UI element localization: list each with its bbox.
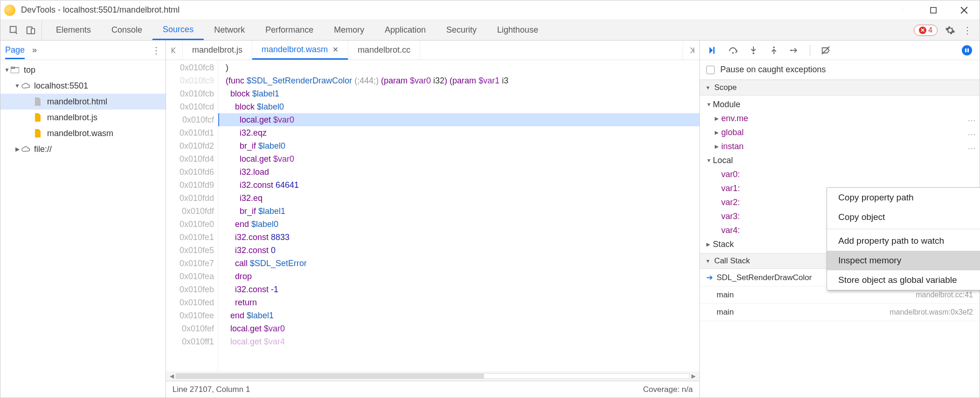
- code-line[interactable]: local.get $var0: [218, 322, 699, 335]
- tab-application[interactable]: Application: [374, 20, 436, 40]
- scope-section-head[interactable]: ▼Scope: [700, 80, 980, 96]
- more-icon[interactable]: ⋮: [963, 25, 972, 36]
- ctx-item-inspect-memory[interactable]: Inspect memory: [827, 251, 980, 270]
- code-line[interactable]: br_if $label0: [218, 139, 699, 152]
- code-line[interactable]: i32.eqz: [218, 126, 699, 139]
- code-line[interactable]: i32.eq: [218, 192, 699, 205]
- nav-next-icon[interactable]: [683, 41, 699, 60]
- gutter-addr[interactable]: 0x010feb: [166, 283, 218, 296]
- gutter-addr[interactable]: 0x010fdd: [166, 192, 218, 205]
- code-line[interactable]: end $label0: [218, 218, 699, 231]
- code-line[interactable]: end $label1: [218, 309, 699, 322]
- gutter-addr[interactable]: 0x010fd6: [166, 165, 218, 178]
- sidebar-more-tabs[interactable]: »: [32, 45, 37, 55]
- callstack-frame[interactable]: mainmandelbrot.wasm:0x3ef2: [700, 304, 980, 321]
- deactivate-breakpoints-icon[interactable]: [821, 45, 831, 55]
- close-button[interactable]: [960, 6, 968, 14]
- step-icon[interactable]: [789, 45, 800, 55]
- code-line[interactable]: i32.load: [218, 165, 699, 178]
- code-line[interactable]: i32.const -1: [218, 283, 699, 296]
- file-tab-mandelbrot-wasm[interactable]: mandelbrot.wasm✕: [252, 41, 348, 60]
- minimize-button[interactable]: [898, 6, 907, 14]
- close-tab-icon[interactable]: ✕: [332, 45, 338, 54]
- tree-folder-localhost-5501[interactable]: ▼localhost:5501: [0, 78, 166, 94]
- gutter-addr[interactable]: 0x010fe5: [166, 244, 218, 257]
- gutter-addr[interactable]: 0x010fee: [166, 309, 218, 322]
- nav-prev-icon[interactable]: [166, 41, 183, 60]
- file-tab-mandelbrot-cc[interactable]: mandelbrot.cc: [348, 41, 420, 60]
- scope-module-item[interactable]: ▶global…: [700, 125, 980, 139]
- step-out-icon[interactable]: [769, 45, 779, 55]
- tab-elements[interactable]: Elements: [46, 20, 101, 40]
- code-line[interactable]: br_if $label1: [218, 205, 699, 218]
- gutter-addr[interactable]: 0x010fe1: [166, 231, 218, 244]
- code-line[interactable]: local.get $var4: [218, 335, 699, 348]
- ctx-item-copy-property-path[interactable]: Copy property path: [827, 188, 980, 207]
- tab-console[interactable]: Console: [101, 20, 152, 40]
- tab-lighthouse[interactable]: Lighthouse: [487, 20, 548, 40]
- tab-performance[interactable]: Performance: [255, 20, 324, 40]
- settings-icon[interactable]: [945, 25, 955, 35]
- gutter-addr[interactable]: 0x010fe0: [166, 218, 218, 231]
- gutter-addr[interactable]: 0x010fe7: [166, 257, 218, 270]
- scope-module-item[interactable]: ▶instan…: [700, 139, 980, 153]
- inspect-icon[interactable]: [9, 25, 19, 35]
- tab-network[interactable]: Network: [204, 20, 255, 40]
- gutter-addr[interactable]: 0x010ff1: [166, 335, 218, 348]
- sidebar-menu-icon[interactable]: ⋮: [152, 45, 161, 56]
- tree-file-mandelbrot-js[interactable]: mandelbrot.js: [0, 110, 166, 125]
- horizontal-scrollbar[interactable]: ◀ ▶: [166, 371, 699, 381]
- sidebar-tab-page[interactable]: Page: [5, 45, 25, 59]
- code-line[interactable]: ): [218, 61, 699, 74]
- gutter-addr[interactable]: 0x010fcd: [166, 100, 218, 113]
- tree-file-mandelbrot-html[interactable]: mandelbrot.html: [0, 94, 166, 110]
- gutter-addr[interactable]: 0x010fcf: [166, 113, 218, 126]
- tree-folder-file---[interactable]: ▶file://: [0, 141, 166, 157]
- ctx-item-copy-object[interactable]: Copy object: [827, 207, 980, 227]
- scope-module-item[interactable]: ▶env.me…: [700, 111, 980, 125]
- code-body[interactable]: ) (func $SDL_SetRenderDrawColor (;444;) …: [218, 60, 699, 371]
- step-into-icon[interactable]: [748, 45, 759, 55]
- gutter-addr[interactable]: 0x010fcb: [166, 87, 218, 100]
- code-line[interactable]: local.get $var0: [218, 152, 699, 165]
- gutter-addr[interactable]: 0x010fef: [166, 322, 218, 335]
- code-line[interactable]: call $SDL_SetError: [218, 257, 699, 270]
- tree-file-mandelbrot-wasm[interactable]: mandelbrot.wasm: [0, 125, 166, 141]
- maximize-button[interactable]: [929, 6, 938, 14]
- code-line[interactable]: drop: [218, 270, 699, 283]
- errors-badge[interactable]: ✕4: [914, 25, 938, 36]
- tab-sources[interactable]: Sources: [152, 20, 204, 40]
- scope-module[interactable]: ▼Module: [700, 97, 980, 111]
- scope-local[interactable]: ▼Local: [700, 153, 980, 167]
- code-line[interactable]: (func $SDL_SetRenderDrawColor (;444;) (p…: [218, 74, 699, 87]
- code-line[interactable]: i32.const 64641: [218, 178, 699, 192]
- gutter-addr[interactable]: 0x010fea: [166, 270, 218, 283]
- code-line[interactable]: i32.const 8833: [218, 231, 699, 244]
- code-line[interactable]: block $label0: [218, 100, 699, 113]
- gutter-addr[interactable]: 0x010fd9: [166, 178, 218, 192]
- pause-on-exceptions-row[interactable]: Pause on caught exceptions: [700, 60, 980, 80]
- tab-memory[interactable]: Memory: [324, 20, 374, 40]
- device-icon[interactable]: [26, 25, 36, 35]
- code-line[interactable]: local.get $var0: [218, 113, 699, 126]
- code-line[interactable]: block $label1: [218, 87, 699, 100]
- ctx-item-add-property-path-to-watch[interactable]: Add property path to watch: [827, 231, 980, 251]
- file-tab-mandelbrot-js[interactable]: mandelbrot.js: [183, 41, 252, 60]
- tab-security[interactable]: Security: [436, 20, 487, 40]
- pause-indicator-icon[interactable]: [962, 45, 972, 55]
- scope-local-item[interactable]: ▶var0:: [700, 167, 980, 181]
- gutter-addr[interactable]: 0x010fc9: [166, 74, 218, 87]
- code-line[interactable]: i32.const 0: [218, 244, 699, 257]
- code-line[interactable]: return: [218, 296, 699, 309]
- gutter-addr[interactable]: 0x010fc8: [166, 61, 218, 74]
- resume-icon[interactable]: [707, 45, 718, 55]
- gutter-addr[interactable]: 0x010fd1: [166, 126, 218, 139]
- tree-folder-top[interactable]: ▼top: [0, 62, 166, 78]
- gutter-addr[interactable]: 0x010fed: [166, 296, 218, 309]
- pause-on-caught-checkbox[interactable]: [706, 66, 715, 74]
- ctx-item-store-object-as-global-variable[interactable]: Store object as global variable: [827, 270, 980, 290]
- step-over-icon[interactable]: [728, 45, 738, 55]
- gutter-addr[interactable]: 0x010fd2: [166, 139, 218, 152]
- gutter-addr[interactable]: 0x010fdf: [166, 205, 218, 218]
- gutter-addr[interactable]: 0x010fd4: [166, 152, 218, 165]
